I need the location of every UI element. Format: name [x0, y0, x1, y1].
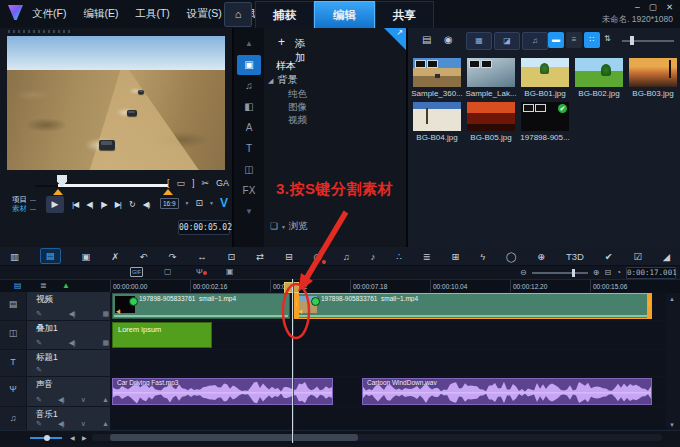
view-grid-button[interactable]: ∷	[584, 32, 600, 48]
speaker-icon[interactable]: ◀)	[58, 396, 64, 404]
slider-knob[interactable]	[44, 435, 50, 441]
insert-gap-button[interactable]: ⊟	[285, 248, 293, 265]
import-folder-icon[interactable]: ▤	[422, 34, 431, 45]
scrub-track[interactable]	[58, 184, 168, 187]
track-header-voice[interactable]: 声音✎◀)∨▲	[27, 377, 110, 406]
mini-zoom-slider[interactable]	[30, 437, 62, 439]
thumbnail-size-slider[interactable]	[622, 40, 674, 42]
slider-knob[interactable]	[630, 36, 634, 45]
pin-corner[interactable]: ↗	[384, 28, 406, 50]
voice-clip-2[interactable]: Cartoon WindDown.wav	[362, 378, 652, 405]
title-icon[interactable]: A	[237, 118, 261, 138]
storyboard-view-button[interactable]: ▥	[10, 248, 19, 265]
library-item[interactable]: BG-B04.jpg	[411, 102, 463, 142]
view-list-button[interactable]: ≡	[566, 32, 582, 48]
trim-handle-left[interactable]	[294, 293, 299, 319]
title-3d-button[interactable]: T3D	[566, 248, 584, 265]
library-item[interactable]: BG-B02.jpg	[573, 58, 625, 98]
next-frame-button[interactable]: |▶	[100, 200, 106, 209]
aspect-ratio-button[interactable]: 16:9	[160, 198, 179, 209]
thumbnail[interactable]	[413, 58, 461, 87]
go-end-button[interactable]: ▶|	[115, 200, 121, 209]
horizontal-scrollbar[interactable]	[92, 434, 662, 441]
mark-in-icon[interactable]: [	[167, 178, 170, 188]
title-track-icon[interactable]: T	[0, 350, 26, 376]
minimize-button[interactable]: –	[635, 2, 640, 12]
timeline-view-button[interactable]: ▤	[40, 248, 61, 264]
track-manager-icon[interactable]: ▤	[14, 281, 22, 290]
prev-frame-button[interactable]: ◀|	[86, 200, 92, 209]
scroll-left-icon[interactable]: ◀	[70, 434, 75, 441]
pencil-icon[interactable]: ✎	[36, 339, 41, 347]
track-lane-overlay[interactable]: Lorem ipsum	[110, 321, 666, 349]
chapter-ga-icon[interactable]: GA	[216, 178, 229, 188]
add-marker-icon[interactable]: ▲	[62, 281, 70, 290]
transition-icon[interactable]: ◧	[237, 97, 261, 117]
tree-item-sample[interactable]: 样本	[276, 59, 296, 73]
gif-capture-button[interactable]: GIF	[130, 267, 143, 277]
corner-button[interactable]: ◢	[663, 248, 670, 265]
tab-edit[interactable]: 编辑	[314, 1, 375, 28]
home-button[interactable]: ⌂	[224, 2, 252, 27]
library-item[interactable]: Sample_360...	[411, 58, 463, 98]
library-item[interactable]: ✔197898-905...	[519, 102, 571, 142]
mark-out-icon[interactable]: ]	[192, 178, 195, 188]
ripple-edit-button[interactable]: ⇄	[256, 248, 264, 265]
chapter-menu-icon[interactable]: ≣	[40, 281, 47, 290]
thumbnail[interactable]	[521, 58, 569, 87]
view-thumbnail-button[interactable]: ▬	[548, 32, 564, 48]
sort-icon[interactable]: ⇅	[604, 34, 611, 43]
tree-item[interactable]: 视频	[288, 113, 307, 126]
subtitle-editor-button[interactable]: ≣	[423, 248, 431, 265]
pencil-icon[interactable]: ✎	[36, 310, 41, 318]
repeat-button[interactable]: ↻	[129, 200, 135, 209]
zoom-in-icon[interactable]: ⊕	[593, 268, 600, 277]
screen-record-button[interactable]: ▢	[164, 267, 172, 276]
capture-options-button[interactable]: ◎	[314, 248, 322, 265]
library-item[interactable]: Sample_Lak...	[465, 58, 517, 98]
sound-mixer-button[interactable]: ♫	[343, 248, 350, 265]
undo-button[interactable]: ↶	[140, 248, 148, 265]
browse-label[interactable]: 浏览	[289, 220, 308, 231]
video-track-icon[interactable]: ▤	[0, 292, 26, 320]
collapse-down-icon[interactable]: ▼	[237, 202, 261, 222]
grid-icon[interactable]: ▦	[102, 339, 108, 347]
collapse-up-icon[interactable]: ▲	[237, 34, 261, 54]
check-b-button[interactable]: ☑	[633, 248, 642, 265]
tab-capture[interactable]: 捕获	[255, 1, 314, 28]
track-lane-music[interactable]	[110, 407, 666, 430]
motion-button[interactable]: ϟ	[480, 248, 485, 265]
add-label[interactable]: 添加	[295, 37, 306, 65]
split-screen-template-button[interactable]: ⊞	[451, 248, 459, 265]
slider-knob[interactable]	[572, 269, 575, 277]
track-lane-title[interactable]	[110, 350, 666, 376]
tree-item[interactable]: 纯色	[288, 87, 307, 100]
filter-icon[interactable]: FX	[237, 181, 261, 201]
volume-button[interactable]: ◀)	[143, 200, 150, 209]
resize-preview-button[interactable]: ⊡	[195, 198, 203, 208]
speaker-icon[interactable]: ◀)	[58, 420, 64, 428]
thumbnail[interactable]	[575, 58, 623, 87]
pencil-icon[interactable]: ✎	[36, 396, 41, 404]
wave-icon[interactable]: ∨	[81, 420, 85, 428]
duck-icon[interactable]: ▲	[102, 420, 108, 428]
speaker-icon[interactable]: ◀)	[69, 310, 75, 318]
tree-item[interactable]: 图像	[288, 100, 307, 113]
menu-edit[interactable]: 编辑(E)	[83, 7, 118, 21]
library-item[interactable]: BG-B05.jpg	[465, 102, 517, 142]
overlay-icon[interactable]: ◫	[237, 160, 261, 180]
voice-over-mic-button[interactable]: Ψ	[196, 267, 203, 276]
mode-project-label[interactable]: 项目	[12, 195, 36, 204]
redo-button[interactable]: ↷	[169, 248, 177, 265]
audio-icon[interactable]: ♫	[237, 76, 261, 96]
thumbnail[interactable]	[413, 102, 461, 131]
menu-file[interactable]: 文件(F)	[32, 7, 66, 21]
filter-video-button[interactable]: ▦	[466, 32, 492, 50]
filter-photo-button[interactable]: ◪	[494, 32, 520, 50]
track-header-title[interactable]: 标题1✎	[27, 350, 110, 376]
voice-track-icon[interactable]: Ψ	[0, 377, 26, 406]
track-header-overlay[interactable]: 叠加1✎◀)▦	[27, 321, 110, 349]
overlay-clip-1[interactable]: Lorem ipsum	[112, 322, 212, 348]
track-header-music[interactable]: 音乐1✎◀)∨▲	[27, 407, 110, 430]
go-start-button[interactable]: |◀	[72, 200, 78, 209]
